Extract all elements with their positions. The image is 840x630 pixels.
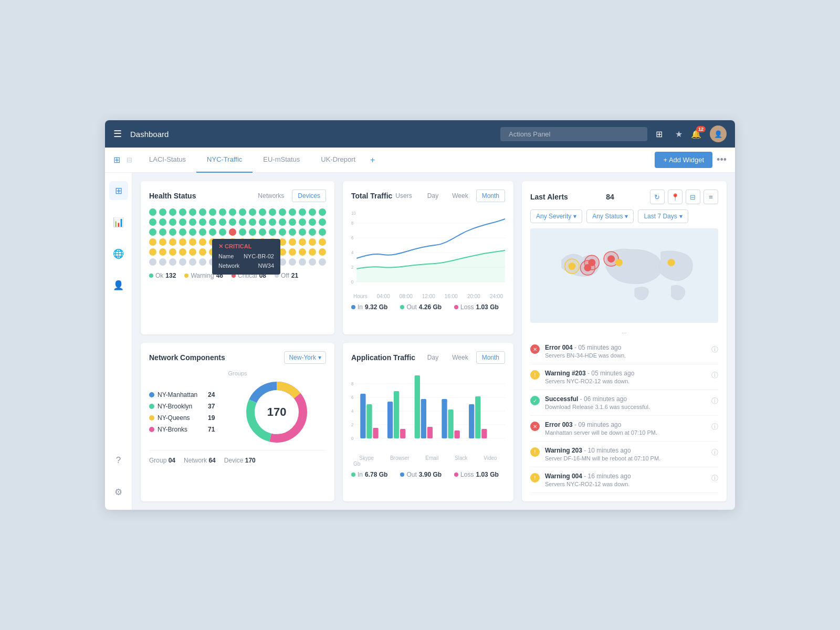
- tab-nyc-traffic[interactable]: NYC-Traffic: [196, 148, 253, 173]
- refresh-button[interactable]: ↻: [650, 190, 665, 204]
- alert-desc-2: Servers NYC-RO2-12 was down.: [545, 378, 706, 384]
- menu-icon[interactable]: ☰: [113, 128, 122, 140]
- dot: [319, 248, 326, 256]
- filter-button[interactable]: ⊟: [686, 190, 700, 204]
- sidebar-item-dashboard[interactable]: ⊞: [109, 181, 128, 200]
- alert-link[interactable]: BN-34-HDE: [566, 352, 597, 359]
- add-widget-button[interactable]: + Add Widget: [655, 152, 712, 168]
- dot: [239, 208, 246, 216]
- dot-row-2: [149, 218, 326, 226]
- sidebar-item-help[interactable]: ?: [109, 451, 128, 470]
- alert-title-6: Warning 004 - 16 minutes ago: [545, 472, 706, 480]
- svg-rect-50: [475, 396, 480, 438]
- location-filter-button[interactable]: 📍: [668, 190, 682, 204]
- legend-dot-1: [149, 392, 154, 397]
- info-icon-4[interactable]: ⓘ: [711, 422, 718, 432]
- svg-rect-40: [387, 402, 393, 438]
- time-label: Last 7 Days: [644, 213, 677, 220]
- search-input[interactable]: [500, 127, 647, 141]
- alert-link-2[interactable]: NYC-RO2-12: [566, 378, 601, 384]
- error-icon: ✕: [530, 344, 540, 354]
- tab-week[interactable]: Week: [446, 190, 474, 202]
- star-icon[interactable]: ★: [675, 129, 682, 139]
- dot: [279, 208, 286, 216]
- tab-networks[interactable]: Networks: [252, 190, 290, 202]
- map-more: ...: [530, 328, 718, 334]
- out-value: 4.26 Gb: [419, 303, 442, 311]
- tab-month-app[interactable]: Month: [476, 351, 505, 364]
- tab-uk-dreport[interactable]: UK-Dreport: [310, 148, 366, 173]
- svg-text:10: 10: [351, 210, 356, 216]
- warning-icon-2: !: [530, 447, 540, 457]
- alerts-map: [530, 228, 718, 323]
- notification-badge: 12: [696, 126, 706, 132]
- dot: [219, 228, 226, 236]
- dot: [269, 208, 276, 216]
- time-filter[interactable]: Last 7 Days ▾: [638, 209, 688, 223]
- last-alerts-card: Last Alerts 84 ↻ 📍 ⊟ ≡ Any Severity ▾: [522, 181, 727, 501]
- grid-icon[interactable]: ⊞: [656, 129, 663, 139]
- loss-value: 1.03 Gb: [476, 303, 498, 311]
- grid-dashboard-icon[interactable]: ⊞: [113, 155, 120, 165]
- alert-desc-1: Servers BN-34-HDE was down.: [545, 352, 706, 359]
- alert-title-2: Warning #203 - 05 minutes ago: [545, 370, 706, 377]
- svg-rect-49: [469, 404, 474, 438]
- dot-critical: [229, 228, 236, 236]
- content-area: ⊞ 📊 🌐 👤 ? ⚙ Health Status Networks Devic…: [105, 173, 735, 510]
- status-filter[interactable]: Any Status ▾: [586, 209, 634, 223]
- tab-month[interactable]: Month: [476, 190, 505, 202]
- dot: [289, 238, 296, 246]
- dot: [179, 218, 186, 226]
- alert-link-5[interactable]: DF-16-MN: [563, 455, 590, 461]
- tab-laci-status[interactable]: LACI-Status: [139, 148, 196, 173]
- tab-day[interactable]: Day: [422, 190, 444, 202]
- dot: [169, 228, 176, 236]
- info-icon-6[interactable]: ⓘ: [711, 474, 718, 483]
- ok-dot: [149, 274, 153, 278]
- dot: [169, 208, 176, 216]
- out-label: Out: [406, 303, 416, 311]
- info-icon-5[interactable]: ⓘ: [711, 448, 718, 457]
- sidebar-item-settings[interactable]: ⚙: [109, 482, 128, 501]
- sidebar-item-users[interactable]: 👤: [109, 276, 128, 295]
- filter-icon[interactable]: ⊟: [127, 156, 132, 164]
- app-loss-dot: [454, 472, 458, 477]
- more-options-icon[interactable]: •••: [717, 154, 727, 165]
- dot: [179, 208, 186, 216]
- bell-icon[interactable]: 🔔 12: [691, 129, 701, 139]
- label-24: 24:00: [490, 293, 503, 299]
- tab-eu-mstatus[interactable]: EU-mStatus: [253, 148, 310, 173]
- warning-label: Warning: [191, 272, 214, 279]
- dot: [319, 208, 326, 216]
- svg-text:4: 4: [351, 408, 354, 414]
- city-dropdown[interactable]: New-York ▾: [284, 351, 326, 364]
- alert-title-1: Error 004 - 05 minutes ago: [545, 344, 706, 351]
- alert-title-3: Successful - 06 minutes ago: [545, 395, 706, 403]
- svg-text:4: 4: [351, 249, 354, 255]
- tab-devices[interactable]: Devices: [292, 190, 326, 202]
- severity-filter[interactable]: Any Severity ▾: [530, 209, 582, 223]
- info-icon-2[interactable]: ⓘ: [711, 371, 718, 380]
- list-view-button[interactable]: ≡: [704, 190, 718, 204]
- dot: [199, 248, 206, 256]
- bar-chart-svg: 0 2 4 6 8: [351, 370, 505, 454]
- health-status-card: Health Status Networks Devices: [141, 181, 334, 334]
- sidebar-item-analytics[interactable]: 📊: [109, 213, 128, 232]
- svg-rect-41: [394, 391, 399, 438]
- info-icon-1[interactable]: ⓘ: [711, 345, 718, 354]
- alert-item-6: ! Warning 004 - 16 minutes ago Servers N…: [530, 467, 718, 493]
- alert-link-6[interactable]: NYC-RO2-12: [566, 481, 601, 487]
- tab-day-app[interactable]: Day: [422, 351, 444, 364]
- app-out-dot: [400, 472, 404, 477]
- alert-item-4: ✕ Error 003 - 09 minutes ago Manhattan s…: [530, 416, 718, 442]
- add-tab-button[interactable]: +: [370, 155, 375, 165]
- svg-rect-47: [448, 410, 453, 438]
- dot-row-3: ✕ CRITICAL NameNYC-BR-02 NetworkNW34: [149, 228, 326, 236]
- avatar[interactable]: 👤: [710, 125, 727, 142]
- info-icon-3[interactable]: ⓘ: [711, 396, 718, 406]
- sidebar-item-network[interactable]: 🌐: [109, 244, 128, 263]
- alert-content-2: Warning #203 - 05 minutes ago Servers NY…: [545, 370, 706, 384]
- tab-week-app[interactable]: Week: [446, 351, 474, 364]
- warning-icon: !: [530, 370, 540, 380]
- dot: [179, 228, 186, 236]
